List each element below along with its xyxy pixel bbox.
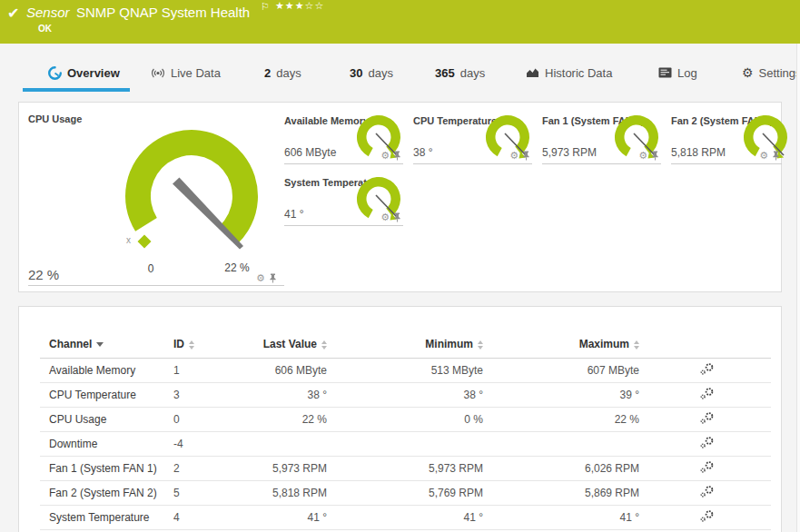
gauge-icon: [48, 66, 62, 80]
tab-settings[interactable]: ⚙ Settings: [742, 64, 800, 82]
channel-id: -4: [173, 431, 249, 456]
sort-icon: [634, 340, 639, 350]
gauge-cell-fan2: Fan 2 (System FAN 2) 5,818 RPM ⚙: [671, 113, 782, 164]
log-icon: [658, 67, 672, 78]
channel-table: Channel ID Last Value Minimum Maximum Av…: [40, 330, 771, 530]
gauge-settings-gear-icon[interactable]: ⚙: [759, 151, 768, 161]
channel-minimum: [331, 431, 487, 456]
table-row: Fan 1 (System FAN 1) 2 5,973 RPM 5,973 R…: [40, 456, 771, 480]
sort-desc-icon: [96, 342, 104, 347]
table-row: Fan 2 (System FAN 2) 5 5,818 RPM 5,769 R…: [40, 480, 771, 505]
column-header-edit: [643, 330, 771, 358]
channel-name: CPU Usage: [40, 407, 173, 431]
gauge-pin-icon[interactable]: [269, 273, 277, 283]
channel-last-value: 5,973 RPM: [249, 456, 331, 480]
column-header-channel[interactable]: Channel: [40, 330, 173, 358]
channel-minimum: 38 °: [331, 382, 487, 407]
cell-divider: [28, 285, 284, 286]
channel-edit-icon[interactable]: [643, 382, 771, 407]
gauge-settings-gear-icon[interactable]: ⚙: [380, 151, 390, 161]
tab-2-days[interactable]: 2days: [264, 64, 301, 82]
gauge-cell-available-memory: Available Memory 606 MByte ⚙: [284, 113, 403, 164]
gauge-settings-gear-icon[interactable]: ⚙: [509, 151, 519, 161]
gauge-multiplier: x: [126, 235, 131, 245]
table-row: CPU Usage 0 22 % 0 % 22 %: [40, 407, 771, 431]
sort-icon: [478, 340, 483, 350]
gauges-panel: CPU Usage x 0 22 % 22 % ⚙ Available Memo…: [18, 102, 782, 292]
channel-id: 5: [173, 480, 249, 505]
channel-last-value: 606 MByte: [249, 358, 331, 382]
channel-name: Fan 2 (System FAN 2): [40, 480, 173, 505]
sort-icon: [189, 340, 194, 350]
gauge-settings-gear-icon[interactable]: ⚙: [638, 151, 647, 161]
channel-table-body: Available Memory 1 606 MByte 513 MByte 6…: [40, 358, 771, 529]
channel-name: CPU Temperature: [40, 382, 173, 407]
tab-overview[interactable]: Overview: [48, 64, 120, 82]
channel-edit-icon[interactable]: [643, 407, 771, 431]
channel-edit-icon[interactable]: [643, 431, 771, 456]
gauge-pin-icon[interactable]: [393, 151, 401, 161]
tab-log[interactable]: Log: [658, 64, 697, 82]
table-row: Available Memory 1 606 MByte 513 MByte 6…: [40, 358, 771, 382]
priority-stars[interactable]: ★★★☆☆: [275, 0, 324, 12]
channel-edit-icon[interactable]: [643, 505, 771, 529]
table-row: System Temperature 4 41 ° 41 ° 41 °: [40, 505, 771, 529]
channel-last-value: 41 °: [249, 505, 331, 529]
scrollbar-track[interactable]: [796, 44, 800, 532]
gauge-pin-icon[interactable]: [651, 151, 659, 161]
cpu-usage-gauge: [110, 117, 273, 266]
channel-last-value: 5,818 RPM: [249, 480, 331, 505]
gauge-pin-icon[interactable]: [393, 212, 401, 222]
status-badge: OK: [38, 24, 52, 34]
sensor-status-header: ✔ Sensor SNMP QNAP System Health ⚐ ★★★☆☆…: [0, 0, 800, 44]
channel-name: System Temperature: [40, 505, 173, 529]
channel-maximum: 41 °: [487, 505, 643, 529]
channel-minimum: 5,973 RPM: [331, 456, 487, 480]
channel-minimum: 41 °: [331, 505, 487, 529]
channel-id: 3: [173, 382, 249, 407]
column-header-id[interactable]: ID: [173, 330, 249, 358]
channel-id: 0: [173, 407, 249, 431]
live-data-icon: [151, 67, 165, 79]
channel-name: Downtime: [40, 431, 173, 456]
channel-last-value: 22 %: [249, 407, 331, 431]
tab-30-days[interactable]: 30days: [350, 64, 393, 82]
gauge-settings-gear-icon[interactable]: ⚙: [256, 273, 265, 283]
channel-table-panel: Channel ID Last Value Minimum Maximum Av…: [18, 306, 782, 532]
gauge-cell-cpu-temperature: CPU Temperature 38 ° ⚙: [413, 113, 532, 164]
status-ok-check-icon: ✔: [7, 5, 19, 22]
gauge-scale-max: 22 %: [214, 261, 260, 274]
flag-icon[interactable]: ⚐: [261, 1, 270, 13]
gauge-pin-icon[interactable]: [772, 151, 780, 161]
main-gauge-label: CPU Usage: [28, 113, 82, 124]
tab-365-days[interactable]: 365days: [435, 64, 485, 82]
channel-id: 1: [173, 358, 249, 382]
channel-edit-icon[interactable]: [643, 456, 771, 480]
column-header-last-value[interactable]: Last Value: [249, 330, 331, 358]
tab-live-data[interactable]: Live Data: [151, 64, 221, 82]
channel-id: 2: [173, 456, 249, 480]
channel-edit-icon[interactable]: [643, 358, 771, 382]
gauge-scale-min: 0: [142, 262, 160, 275]
gauge-settings-gear-icon[interactable]: ⚙: [380, 212, 390, 222]
column-header-minimum[interactable]: Minimum: [331, 330, 487, 358]
sensor-type-label: Sensor: [26, 5, 70, 20]
channel-maximum: 5,869 RPM: [487, 480, 643, 505]
column-header-maximum[interactable]: Maximum: [487, 330, 643, 358]
channel-minimum: 513 MByte: [331, 358, 487, 382]
gauge-pin-icon[interactable]: [522, 151, 530, 161]
active-tab-underline: [23, 88, 130, 92]
channel-minimum: 5,769 RPM: [331, 480, 487, 505]
channel-maximum: 39 °: [487, 382, 643, 407]
channel-name: Fan 1 (System FAN 1): [40, 456, 173, 480]
channel-edit-icon[interactable]: [643, 480, 771, 505]
channel-maximum: [487, 431, 643, 456]
table-row: CPU Temperature 3 38 ° 38 ° 39 °: [40, 382, 771, 407]
gauge-cell-system-temperature: System Temperature 41 ° ⚙: [284, 175, 403, 226]
gauge-cell-fan1: Fan 1 (System FAN 1) 5,973 RPM ⚙: [542, 113, 661, 164]
sort-icon: [321, 340, 327, 350]
tab-historic-data[interactable]: Historic Data: [526, 64, 612, 82]
channel-maximum: 22 %: [487, 407, 643, 431]
tab-bar: Overview Live Data 2days 30days 365days …: [0, 44, 800, 102]
channel-id: 4: [173, 505, 249, 529]
